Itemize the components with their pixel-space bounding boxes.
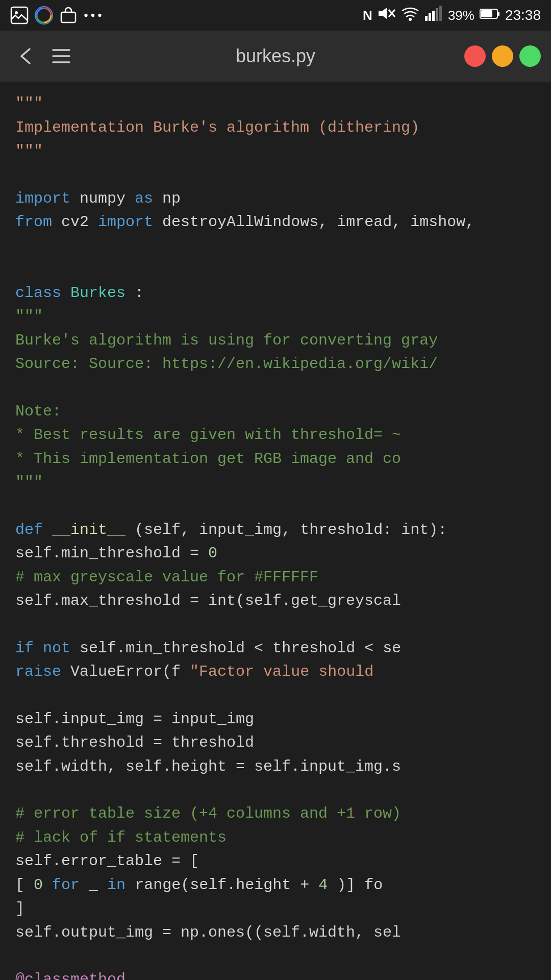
code-line-17: """ — [15, 471, 536, 495]
svg-marker-7 — [379, 8, 387, 19]
kw-class: class — [15, 284, 61, 302]
str-factor: "Factor value should — [190, 663, 373, 680]
code-line-31: # error table size (+4 columns and +1 ro… — [15, 802, 536, 826]
window-controls — [464, 45, 541, 67]
signal-icon — [424, 6, 443, 25]
svg-rect-15 — [439, 6, 442, 21]
num-0: 0 — [208, 545, 217, 562]
code-line-24: if not self.min_threshold < threshold < … — [15, 636, 536, 660]
back-button[interactable] — [10, 41, 41, 71]
status-bar-left-icons — [10, 6, 102, 24]
num-4: 4 — [318, 876, 328, 894]
maximize-dot[interactable] — [519, 45, 541, 67]
code-line-16: * This implementation get RGB image and … — [15, 447, 536, 471]
empty-line-30 — [15, 778, 536, 802]
code-line-20: self.min_threshold = 0 — [15, 542, 536, 566]
code-line-33: self.error_table = [ — [15, 849, 536, 873]
nfc-icon: N — [363, 8, 372, 23]
minimize-dot[interactable] — [492, 45, 513, 67]
close-dot[interactable] — [464, 45, 486, 67]
code-line-36: self.output_img = np.ones((self.width, s… — [15, 921, 536, 945]
kw-not: not — [43, 640, 70, 657]
battery-percent: 39% — [448, 8, 474, 23]
code-line-21: # max greyscale value for #FFFFFF — [15, 566, 536, 590]
num-zero: 0 — [34, 876, 43, 894]
kw-from: from — [15, 213, 52, 231]
code-line-32: # lack of if statements — [15, 826, 536, 850]
logo-icon — [35, 6, 53, 24]
gallery-icon — [10, 6, 29, 24]
code-line-34: [ 0 for _ in range(self.height + 4 )] fo — [15, 873, 536, 897]
empty-line-4 — [15, 163, 536, 187]
svg-rect-0 — [11, 7, 28, 23]
kw-import2: import — [98, 213, 153, 231]
kw-for: for — [52, 876, 80, 894]
svg-point-1 — [15, 11, 18, 14]
comment-3: # lack of if statements — [15, 829, 227, 846]
svg-rect-13 — [432, 11, 435, 21]
top-bar: burkes.py — [0, 31, 551, 82]
kw-def: def — [15, 521, 43, 538]
status-bar-right-icons: N — [363, 6, 541, 25]
svg-rect-11 — [425, 16, 428, 21]
comment-2: # error table size (+4 columns and +1 ro… — [15, 805, 401, 822]
mute-icon — [378, 6, 396, 25]
svg-point-10 — [409, 18, 412, 21]
code-line-22: self.max_threshold = int(self.get_greysc… — [15, 589, 536, 613]
code-line-29: self.width, self.height = self.input_img… — [15, 755, 536, 779]
svg-rect-18 — [498, 12, 499, 16]
code-line-15: * Best results are given with threshold=… — [15, 423, 536, 447]
code-line-2: Implementation Burke's algorithm (dither… — [15, 116, 536, 140]
empty-line-37 — [15, 944, 536, 968]
code-editor: """ Implementation Burke's algorithm (di… — [0, 82, 551, 980]
comment-1: # max greyscale value for #FFFFFF — [15, 569, 318, 586]
empty-line-8 — [15, 258, 536, 281]
empty-line-23 — [15, 613, 536, 636]
docstring-text: Implementation Burke's algorithm (dither… — [15, 119, 419, 136]
fn-init: __init__ — [52, 521, 126, 538]
more-dots-icon — [84, 6, 102, 24]
code-line-38: @classmethod — [15, 968, 536, 980]
code-line-6: from cv2 import destroyAllWindows, imrea… — [15, 210, 536, 234]
code-line-11: Burke's algorithm is using for convertin… — [15, 329, 536, 353]
docstring-open: """ — [15, 95, 43, 112]
decorator-classmethod: @classmethod — [15, 971, 126, 980]
file-title: burkes.py — [236, 45, 315, 67]
kw-raise: raise — [15, 663, 61, 680]
status-bar: N — [0, 0, 551, 31]
class-name: Burkes — [70, 284, 126, 302]
kw-in: in — [107, 876, 126, 894]
kw-if: if — [15, 640, 34, 657]
code-line-25: raise ValueError(f "Factor value should — [15, 660, 536, 684]
kw-as: as — [135, 190, 153, 207]
svg-point-6 — [98, 14, 101, 17]
svg-rect-3 — [61, 12, 76, 22]
svg-point-5 — [91, 14, 94, 17]
svg-point-2 — [35, 7, 53, 24]
time-display: 23:38 — [505, 7, 541, 23]
empty-line-13 — [15, 376, 536, 400]
code-line-5: import numpy as np — [15, 187, 536, 211]
code-line-3: """ — [15, 139, 536, 163]
docstring-close: """ — [15, 142, 43, 160]
svg-rect-17 — [481, 10, 492, 17]
code-line-28: self.threshold = threshold — [15, 731, 536, 755]
code-line-9: class Burkes : — [15, 281, 536, 305]
code-line-35: ] — [15, 897, 536, 921]
code-line-27: self.input_img = input_img — [15, 707, 536, 731]
empty-line-18 — [15, 495, 536, 518]
code-line-19: def __init__ (self, input_img, threshold… — [15, 518, 536, 542]
empty-line-7 — [15, 234, 536, 258]
code-line-12: Source: Source: https://en.wikipedia.org… — [15, 352, 536, 376]
menu-button[interactable] — [46, 41, 77, 71]
svg-rect-12 — [429, 13, 431, 21]
battery-icon — [480, 8, 500, 23]
wifi-icon — [401, 6, 419, 25]
kw-import: import — [15, 190, 70, 207]
code-line-1: """ — [15, 92, 536, 116]
svg-rect-14 — [436, 8, 438, 21]
doc-open: """ — [15, 308, 43, 325]
empty-line-26 — [15, 684, 536, 707]
bag-icon — [59, 6, 78, 24]
code-line-10: """ — [15, 305, 536, 329]
